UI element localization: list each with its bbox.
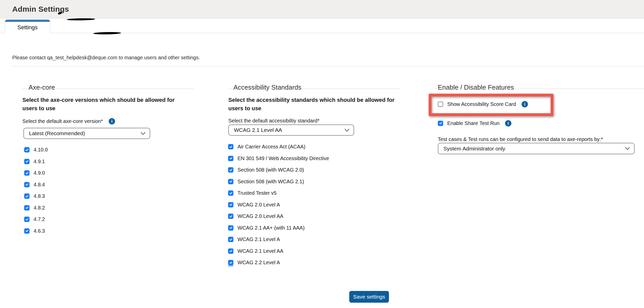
checkbox-checked[interactable]: [228, 202, 233, 207]
axe-core-heading: Axe-core: [29, 83, 55, 91]
axe-version-row[interactable]: 4.9.0: [24, 170, 48, 176]
checkbox-checked[interactable]: [228, 237, 233, 242]
info-icon[interactable]: i: [107, 117, 117, 126]
checkbox-checked[interactable]: [228, 179, 233, 184]
checkbox-checked[interactable]: [228, 167, 233, 173]
checkbox-checked[interactable]: [228, 144, 233, 149]
standard-row[interactable]: WCAG 2.2 Level A: [228, 260, 329, 265]
checkbox-checked[interactable]: [24, 228, 30, 234]
checkbox-checked[interactable]: [24, 205, 30, 211]
info-icon-glyph: i: [522, 101, 528, 107]
standard-row[interactable]: Section 508 (with WCAG 2.0): [228, 167, 329, 173]
share-test-run-label: Enable Share Test Run: [447, 120, 499, 126]
checkbox-checked[interactable]: [24, 217, 30, 222]
info-icon-glyph: i: [505, 120, 511, 127]
default-axe-version-label: Select the default axe-core version*: [22, 118, 103, 124]
axe-version-label: 4.10.0: [34, 147, 48, 153]
checkbox-checked[interactable]: [228, 214, 233, 219]
standard-row[interactable]: WCAG 2.1 Level AA: [228, 248, 329, 254]
tab-settings[interactable]: Settings: [5, 20, 50, 33]
checkmark-icon: [25, 160, 29, 163]
axe-version-row[interactable]: 4.10.0: [24, 147, 48, 153]
standard-row[interactable]: WCAG 2.1 AA+ (with 11 AAA): [228, 225, 329, 231]
axe-version-row[interactable]: 4.9.1: [24, 159, 48, 164]
standard-row[interactable]: Air Carrier Access Act (ACAA): [228, 144, 329, 150]
axe-version-row[interactable]: 4.8.2: [24, 205, 48, 211]
axe-core-heading-divider: [22, 89, 194, 89]
standard-row[interactable]: WCAG 2.0 Level A: [228, 202, 329, 208]
standard-label: Section 508 (with WCAG 2.0): [237, 167, 304, 173]
standards-list: Air Carrier Access Act (ACAA) EN 301 549…: [228, 144, 329, 265]
default-axe-version-select[interactable]: Latest (Recommended): [23, 128, 150, 139]
axe-version-label: 4.9.1: [34, 159, 45, 164]
standard-row[interactable]: WCAG 2.0 Level AA: [228, 213, 329, 219]
standards-subheading: Select the accessibility standards which…: [228, 96, 395, 113]
checkmark-icon: [25, 183, 29, 186]
axe-version-label: 4.8.2: [34, 205, 45, 211]
axe-version-label: 4.8.3: [34, 193, 45, 199]
axe-version-list: 4.10.0 4.9.1 4.9.0 4.8.4: [24, 147, 48, 234]
reports-config-select[interactable]: System Administrator only: [438, 143, 635, 154]
checkmark-icon: [229, 249, 233, 253]
score-card-checkbox[interactable]: [438, 102, 443, 107]
default-standard-value: WCAG 2.1 Level AA: [234, 127, 282, 133]
checkmark-icon: [25, 206, 29, 209]
checkmark-icon: [25, 218, 29, 221]
checkbox-checked[interactable]: [228, 190, 233, 196]
standard-label: Section 508 (with WCAG 2.1): [237, 179, 304, 185]
checkmark-icon: [229, 226, 233, 230]
default-standard-label: Select the default accessibiltiy standar…: [228, 118, 319, 124]
chevron-down-icon: [344, 129, 349, 132]
standard-label: WCAG 2.0 Level AA: [237, 213, 283, 219]
standard-row[interactable]: Trusted Tester v5: [228, 190, 329, 196]
features-heading-divider: [433, 89, 644, 89]
checkmark-icon: [229, 145, 233, 149]
share-test-run-row[interactable]: Enable Share Test Run i: [438, 119, 513, 128]
checkmark-icon: [25, 148, 29, 152]
checkbox-checked[interactable]: [228, 260, 233, 265]
axe-version-label: 4.6.3: [34, 228, 45, 234]
chevron-down-icon: [625, 147, 630, 150]
checkbox-checked[interactable]: [24, 182, 30, 187]
default-axe-version-label-row: Select the default axe-core version* i: [22, 117, 117, 126]
standard-label: WCAG 2.0 Level A: [237, 202, 280, 208]
info-icon[interactable]: i: [520, 100, 529, 109]
axe-version-row[interactable]: 4.7.2: [24, 216, 48, 222]
checkbox-checked[interactable]: [24, 170, 30, 176]
axe-version-row[interactable]: 4.8.3: [24, 193, 48, 199]
standard-label: WCAG 2.1 Level AA: [237, 248, 283, 254]
axe-version-row[interactable]: 4.8.4: [24, 182, 48, 188]
standard-label: WCAG 2.2 Level A: [237, 260, 280, 265]
checkmark-icon: [229, 168, 233, 172]
checkbox-checked[interactable]: [24, 147, 30, 152]
app-header: Admin Settings: [0, 0, 644, 19]
checkmark-icon: [25, 171, 29, 175]
axe-version-label: 4.8.4: [34, 182, 45, 188]
axe-version-label: 4.9.0: [34, 170, 45, 176]
checkbox-checked[interactable]: [228, 248, 233, 254]
checkbox-checked[interactable]: [228, 156, 233, 161]
checkmark-icon: [229, 261, 233, 264]
axe-version-row[interactable]: 4.6.3: [24, 228, 48, 234]
checkbox-checked[interactable]: [24, 159, 30, 164]
score-card-row[interactable]: Show Accessibility Score Card i: [438, 100, 529, 109]
checkbox-checked[interactable]: [228, 225, 233, 231]
axe-version-label: 4.7.2: [34, 216, 45, 222]
default-standard-select[interactable]: WCAG 2.1 Level AA: [228, 124, 354, 136]
reports-config-value: System Administrator only: [443, 146, 505, 152]
checkmark-icon: [229, 191, 233, 195]
standard-label: WCAG 2.1 AA+ (with 11 AAA): [237, 225, 305, 231]
save-settings-button[interactable]: Save settings: [349, 291, 389, 303]
standard-label: WCAG 2.1 Level A: [237, 236, 280, 242]
checkmark-icon: [229, 203, 233, 206]
checkmark-icon: [439, 121, 442, 125]
share-test-run-checkbox[interactable]: [438, 121, 443, 126]
standard-row[interactable]: WCAG 2.1 Level A: [228, 236, 329, 242]
checkbox-checked[interactable]: [24, 193, 30, 199]
tab-settings-label: Settings: [17, 24, 38, 31]
info-icon[interactable]: i: [503, 119, 513, 128]
standard-row[interactable]: Section 508 (with WCAG 2.1): [228, 179, 329, 185]
standard-row[interactable]: EN 301 549 / Web Accessibility Directive: [228, 156, 329, 161]
standard-label: EN 301 549 / Web Accessibility Directive: [237, 156, 329, 161]
standard-label: Trusted Tester v5: [237, 190, 276, 196]
